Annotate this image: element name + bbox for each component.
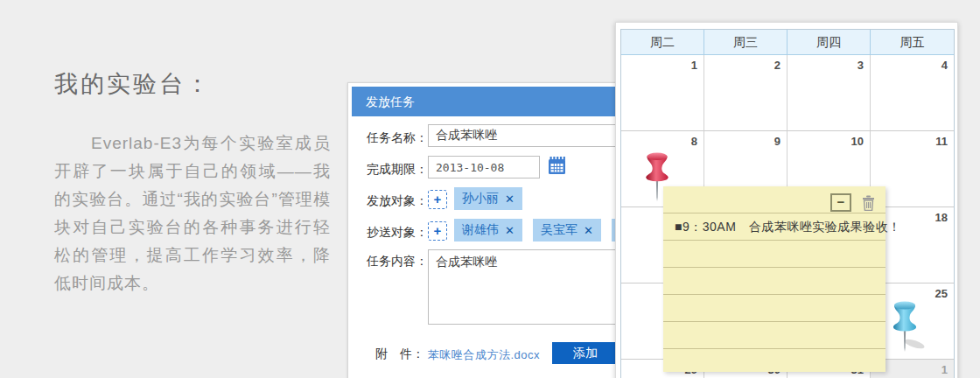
- task-name-input[interactable]: [428, 124, 638, 147]
- assignee-label: 发放对象：: [367, 189, 428, 209]
- page: 我的实验台： Everlab-E3为每个实验室成员开辟了一块属于自己的领域——我…: [0, 0, 980, 378]
- intro-section: 我的实验台： Everlab-E3为每个实验室成员开辟了一块属于自己的领域——我…: [54, 68, 331, 298]
- blue-pushpin-icon: [887, 298, 928, 358]
- intro-paragraph: Everlab-E3为每个实验室成员开辟了一块属于自己的领域——我的实验台。通过…: [54, 130, 331, 298]
- add-cc-button[interactable]: +: [428, 221, 447, 241]
- sticky-note: − ■9：30AM 合成苯咪唑实验成果验收！: [663, 186, 886, 372]
- weekday-fri: 周五: [871, 30, 954, 55]
- tag-remove-icon[interactable]: ✕: [584, 224, 593, 237]
- page-title: 我的实验台：: [54, 68, 331, 100]
- cc-label: 抄送对象：: [367, 220, 428, 241]
- cc-tag: 吴宝军 ✕: [533, 219, 601, 242]
- cc-tag-label: 吴宝军: [541, 222, 578, 238]
- calendar-week-row: 1 2 3 4: [621, 55, 954, 131]
- task-content-textarea[interactable]: 合成苯咪唑: [428, 249, 638, 325]
- calendar-day-cell[interactable]: 2: [704, 55, 788, 131]
- note-event-text: ■9：30AM 合成苯咪唑实验成果验收！: [675, 220, 901, 235]
- add-attachment-button[interactable]: 添加: [552, 342, 619, 364]
- calendar-day-cell[interactable]: 4: [871, 55, 954, 131]
- calendar-header-row: 周二 周三 周四 周五: [621, 30, 954, 55]
- cc-tag: 谢雄伟 ✕: [454, 219, 522, 242]
- deadline-input[interactable]: [428, 156, 540, 178]
- weekday-thu: 周四: [788, 30, 871, 55]
- weekday-wed: 周三: [704, 30, 788, 55]
- minimize-icon[interactable]: −: [830, 193, 851, 212]
- tag-remove-icon[interactable]: ✕: [505, 192, 514, 206]
- tag-remove-icon[interactable]: ✕: [505, 224, 514, 237]
- assignee-tag-label: 孙小丽: [462, 191, 499, 206]
- trash-icon[interactable]: [862, 195, 875, 211]
- deadline-label: 完成期限：: [367, 158, 428, 178]
- date-picker-icon[interactable]: [547, 156, 567, 179]
- red-pushpin-icon: [640, 150, 675, 206]
- attachment-file-link[interactable]: 苯咪唑合成方法.docx: [428, 342, 540, 363]
- assignee-tag: 孙小丽 ✕: [454, 187, 522, 210]
- cc-tag-label: 谢雄伟: [462, 222, 499, 238]
- task-content-label: 任务内容：: [367, 249, 428, 270]
- calendar-day-cell[interactable]: 1: [621, 55, 704, 131]
- task-name-label: 任务名称：: [367, 126, 428, 146]
- weekday-tue: 周二: [621, 30, 704, 55]
- attachment-label: 附 件：: [367, 342, 428, 362]
- calendar-day-cell[interactable]: 3: [788, 55, 871, 131]
- sticky-note-toolbar: −: [830, 193, 875, 212]
- add-assignee-button[interactable]: +: [428, 190, 447, 209]
